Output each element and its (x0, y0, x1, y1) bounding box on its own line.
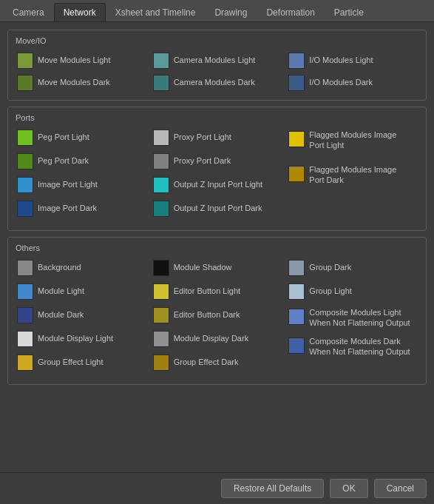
color-swatch[interactable] (288, 53, 305, 69)
color-swatch[interactable] (288, 166, 305, 182)
item-label: Image Port Light (38, 180, 98, 189)
tab-particle[interactable]: Particle (325, 3, 373, 21)
list-item: Group Dark (287, 258, 418, 278)
color-swatch[interactable] (153, 53, 169, 69)
others-col: Background Module Light Module Dark Modu… (16, 258, 147, 377)
item-label: Module Display Light (38, 334, 113, 343)
list-item: Editor Button Light (152, 282, 283, 301)
moveio-title: Move/IO (16, 36, 418, 45)
list-item: Module Display Dark (152, 329, 283, 349)
restore-defaults-button[interactable]: Restore All Defaults (221, 479, 324, 498)
list-item: Module Dark (16, 306, 147, 325)
tab-network[interactable]: Network (54, 3, 106, 21)
color-swatch[interactable] (17, 53, 33, 69)
color-swatch[interactable] (17, 355, 33, 371)
color-swatch[interactable] (17, 283, 33, 300)
item-label: Module Light (38, 286, 84, 296)
color-swatch[interactable] (153, 307, 169, 323)
item-label: Peg Port Light (38, 132, 89, 142)
tab-deformation[interactable]: Deformation (257, 3, 324, 21)
item-label: Flagged Modules Image Port Dark (309, 164, 396, 186)
ports-title: Ports (16, 113, 418, 122)
item-label: Output Z Input Port Light (174, 180, 262, 189)
item-label: Group Light (309, 286, 351, 296)
list-item: Background (16, 258, 147, 278)
tab-xsheet[interactable]: Xsheet and Timeline (106, 3, 206, 21)
color-swatch[interactable] (17, 177, 33, 193)
color-swatch[interactable] (17, 201, 33, 217)
color-swatch[interactable] (288, 131, 305, 147)
cancel-button[interactable]: Cancel (374, 479, 427, 498)
color-swatch[interactable] (288, 309, 305, 325)
item-label: Group Dark (309, 263, 351, 272)
item-label: Composite Modules Dark When Not Flatteni… (309, 336, 410, 357)
color-swatch[interactable] (153, 153, 169, 169)
list-item: Camera Modules Light (152, 51, 283, 70)
list-item: Move Modules Dark (16, 73, 147, 93)
color-swatch[interactable] (17, 75, 33, 91)
item-label: Camera Modules Light (174, 56, 256, 65)
item-label: Module Display Dark (174, 334, 248, 343)
color-swatch[interactable] (288, 260, 305, 276)
item-label: Camera Modules Dark (174, 78, 255, 87)
color-swatch[interactable] (288, 337, 305, 354)
list-item: Move Modules Light (16, 51, 147, 70)
others-col: Group Dark Group Light Composite Modules… (287, 258, 418, 377)
list-item: Flagged Modules Image Port Light (287, 128, 418, 152)
item-label: Module Shadow (174, 263, 232, 272)
color-swatch[interactable] (153, 283, 169, 300)
list-item: Editor Button Dark (152, 306, 283, 325)
main-content: Move/IO Move Modules Light Camera Module… (0, 22, 434, 472)
footer: Restore All Defaults OK Cancel (0, 472, 434, 504)
others-col: Module Shadow Editor Button Light Editor… (152, 258, 283, 377)
moveio-section: Move/IO Move Modules Light Camera Module… (7, 30, 427, 101)
color-swatch[interactable] (288, 75, 305, 91)
color-swatch[interactable] (153, 355, 169, 371)
color-swatch[interactable] (17, 307, 33, 323)
moveio-grid: Move Modules Light Camera Modules Light … (16, 51, 418, 93)
color-swatch[interactable] (153, 201, 169, 217)
color-swatch[interactable] (153, 130, 169, 146)
color-swatch[interactable] (153, 177, 169, 193)
ok-button[interactable]: OK (330, 479, 367, 498)
list-item: Output Z Input Port Dark (152, 199, 283, 218)
item-label: Group Effect Light (38, 357, 103, 367)
tab-drawing[interactable]: Drawing (205, 3, 257, 21)
ports-grid: Peg Port Light Peg Port Dark Image Port … (16, 128, 418, 223)
list-item: I/O Modules Dark (287, 73, 418, 93)
item-label: Group Effect Dark (174, 357, 239, 367)
item-label: I/O Modules Light (309, 56, 373, 65)
color-swatch[interactable] (153, 75, 169, 91)
list-item: Image Port Light (16, 175, 147, 195)
list-item: Image Port Dark (16, 199, 147, 218)
list-item: Peg Port Light (16, 128, 147, 147)
others-section: Others Background Module Light Module Da… (7, 237, 427, 385)
item-label: Image Port Dark (38, 204, 97, 213)
item-label: Peg Port Dark (38, 156, 89, 166)
item-label: Editor Button Dark (174, 310, 240, 320)
color-swatch[interactable] (153, 260, 169, 276)
ports-col1: Peg Port Light Peg Port Dark Image Port … (16, 128, 147, 223)
color-swatch[interactable] (17, 331, 33, 347)
item-label: I/O Modules Dark (309, 78, 373, 87)
item-label: Flagged Modules Image Port Light (309, 130, 396, 151)
list-item: Group Light (287, 282, 418, 301)
item-label: Proxy Port Light (174, 132, 231, 142)
list-item: Module Display Light (16, 329, 147, 349)
item-label: Move Modules Dark (38, 78, 110, 87)
others-grid: Background Module Light Module Dark Modu… (16, 258, 418, 377)
list-item: Peg Port Dark (16, 152, 147, 171)
list-item: Output Z Input Port Light (152, 175, 283, 195)
color-swatch[interactable] (17, 130, 33, 146)
ports-col2: Proxy Port Light Proxy Port Dark Output … (152, 128, 283, 223)
ports-col3: Flagged Modules Image Port Light Flagged… (287, 128, 418, 223)
tab-camera[interactable]: Camera (3, 3, 54, 21)
list-item: Camera Modules Dark (152, 73, 283, 93)
item-label: Move Modules Light (38, 56, 110, 65)
item-label: Background (38, 263, 81, 272)
color-swatch[interactable] (17, 153, 33, 169)
color-swatch[interactable] (288, 283, 305, 300)
color-swatch[interactable] (17, 260, 33, 276)
color-swatch[interactable] (153, 331, 169, 347)
list-item: Composite Modules Dark When Not Flatteni… (287, 335, 418, 359)
